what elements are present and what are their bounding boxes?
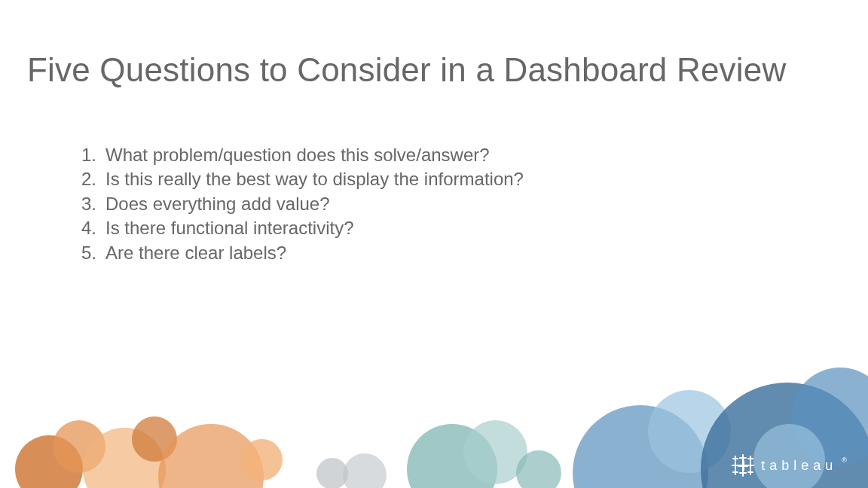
decorative-bubbles <box>0 368 868 488</box>
list-text: Does everything add value? <box>102 192 330 216</box>
list-text: Is this really the best way to display t… <box>102 167 524 191</box>
list-text: Is there functional interactivity? <box>102 216 354 240</box>
registered-mark: ® <box>842 456 847 464</box>
list-item: 3. Does everything add value? <box>75 192 524 216</box>
question-list: 1. What problem/question does this solve… <box>75 143 524 265</box>
list-item: 4. Is there functional interactivity? <box>75 216 524 240</box>
bubble-icon <box>15 435 83 488</box>
list-item: 5. Are there clear labels? <box>75 241 524 265</box>
list-text: What problem/question does this solve/an… <box>102 143 490 167</box>
bubble-icon <box>407 424 497 488</box>
bubble-icon <box>343 453 387 488</box>
bubble-icon <box>753 424 825 488</box>
bubble-icon <box>132 416 177 462</box>
bubble-icon <box>53 420 105 473</box>
bubble-icon <box>701 383 868 488</box>
bubble-icon <box>516 450 561 488</box>
bubble-icon <box>241 439 283 480</box>
tableau-logo-text: tableau <box>761 458 837 474</box>
list-number: 5. <box>75 241 102 265</box>
list-number: 1. <box>75 143 102 167</box>
list-number: 2. <box>75 167 102 191</box>
list-item: 2. Is this really the best way to displa… <box>75 167 524 191</box>
bubble-icon <box>648 390 731 473</box>
tableau-logo: tableau ® <box>732 455 847 476</box>
bubble-icon <box>463 420 527 484</box>
bubble-icon <box>791 368 868 465</box>
bubble-icon <box>573 405 708 488</box>
slide-title: Five Questions to Consider in a Dashboar… <box>27 51 786 89</box>
list-number: 4. <box>75 216 102 240</box>
slide: Five Questions to Consider in a Dashboar… <box>0 0 868 488</box>
bubble-icon <box>83 428 166 488</box>
list-number: 3. <box>75 192 102 216</box>
list-text: Are there clear labels? <box>102 241 286 265</box>
tableau-logo-icon <box>732 455 753 476</box>
list-item: 1. What problem/question does this solve… <box>75 143 524 167</box>
bubble-icon <box>158 424 264 488</box>
bubble-icon <box>316 458 348 488</box>
